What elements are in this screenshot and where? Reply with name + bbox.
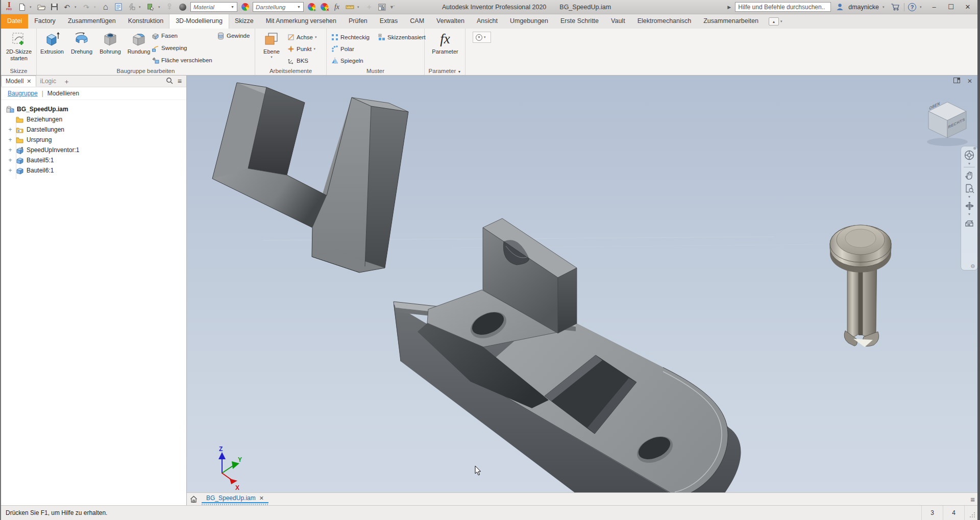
view-baugruppe-link[interactable]: Baugruppe bbox=[8, 90, 38, 97]
look-at-icon[interactable] bbox=[964, 216, 974, 230]
tab-mit-anmerkung-versehen[interactable]: Mit Anmerkung versehen bbox=[260, 14, 342, 29]
close-icon[interactable]: ✕ bbox=[27, 78, 31, 85]
orbit-icon[interactable] bbox=[964, 199, 975, 212]
help-button[interactable]: ? bbox=[908, 3, 916, 11]
material-ball-button[interactable] bbox=[178, 2, 188, 12]
search-collapse-arrow[interactable]: ▶ bbox=[727, 5, 731, 10]
bks-button[interactable]: BKS bbox=[287, 56, 308, 65]
close-button[interactable]: ✕ bbox=[961, 3, 974, 11]
panel-overflow-button[interactable]: ▼ ▾ bbox=[473, 32, 491, 43]
drawing-view-button[interactable] bbox=[377, 2, 387, 12]
panel-label-arbeitselemente[interactable]: Arbeitselemente bbox=[255, 68, 326, 74]
tree-node-assembly[interactable]: BG_SpeedUp.iam bbox=[1, 104, 186, 114]
chevron-down-icon[interactable]: ▼ bbox=[968, 212, 971, 216]
bohrung-button[interactable]: Bohrung bbox=[97, 30, 124, 55]
drehung-button[interactable]: Drehung bbox=[68, 30, 95, 55]
user-name[interactable]: dmaynicke bbox=[848, 4, 879, 11]
add-button[interactable]: ＋ bbox=[364, 2, 374, 12]
selection-filter-button[interactable] bbox=[145, 2, 156, 12]
measure-dropdown[interactable]: ▾ bbox=[357, 5, 361, 9]
graphics-viewport[interactable]: Z Y X OBEN VORNE RECHTS bbox=[187, 76, 977, 505]
tab-zusammenarbeiten[interactable]: Zusammenarbeiten bbox=[697, 14, 765, 29]
local-update-button[interactable] bbox=[126, 2, 136, 12]
panel-label-skizze[interactable]: Skizze bbox=[1, 68, 36, 74]
spiegeln-button[interactable]: Spiegeln bbox=[331, 56, 363, 65]
tab-verwalten[interactable]: Verwalten bbox=[430, 14, 471, 29]
tab-skizze[interactable]: Skizze bbox=[229, 14, 260, 29]
tab-pruefen[interactable]: Prüfen bbox=[342, 14, 374, 29]
parameters-fx-button[interactable]: fx bbox=[332, 2, 342, 12]
pan-icon[interactable] bbox=[964, 168, 974, 182]
chevron-down-icon[interactable]: ▼ bbox=[968, 162, 971, 166]
panel-label-muster[interactable]: Muster bbox=[327, 68, 424, 74]
local-update-dropdown[interactable]: ▾ bbox=[139, 5, 143, 9]
material-combo[interactable]: Material▼ bbox=[190, 2, 237, 12]
view-modellieren-link[interactable]: Modellieren bbox=[47, 90, 79, 97]
help-dropdown[interactable]: ▾ bbox=[920, 5, 924, 9]
tab-umgebungen[interactable]: Umgebungen bbox=[504, 14, 554, 29]
gewinde-button[interactable]: Gewinde bbox=[217, 31, 250, 40]
start-2d-sketch-button[interactable]: 2D-Skizze starten bbox=[6, 30, 32, 61]
zoom-icon[interactable] bbox=[964, 182, 974, 195]
expander-plus[interactable]: + bbox=[7, 147, 13, 153]
tab-konstruktion[interactable]: Konstruktion bbox=[122, 14, 169, 29]
ebene-button[interactable]: Ebene ▾ bbox=[258, 30, 285, 59]
tree-node-ursprung[interactable]: + Ursprung bbox=[1, 135, 186, 145]
part-base[interactable] bbox=[394, 218, 741, 492]
open-button[interactable] bbox=[36, 2, 46, 12]
home-tab-icon[interactable] bbox=[190, 496, 198, 503]
selection-filter-dropdown[interactable]: ▾ bbox=[158, 5, 162, 9]
navbar-close-icon[interactable]: ⊗ bbox=[973, 146, 976, 151]
rundung-button[interactable]: Rundung bbox=[126, 30, 152, 55]
tree-node-bauteil6[interactable]: + Bauteil6:1 bbox=[1, 165, 186, 176]
close-document-icon[interactable]: ✕ bbox=[967, 78, 972, 85]
parameter-button[interactable]: fx Parameter bbox=[432, 30, 458, 55]
help-search-input[interactable] bbox=[735, 2, 831, 12]
tab-ansicht[interactable]: Ansicht bbox=[471, 14, 504, 29]
tree-node-darstellungen[interactable]: + Darstellungen bbox=[1, 125, 186, 135]
undo-button[interactable]: ↶ bbox=[62, 2, 72, 12]
sweeping-button[interactable]: Sweeping bbox=[152, 43, 187, 53]
minimize-button[interactable]: – bbox=[927, 3, 941, 11]
tab-elektromechanisch[interactable]: Elektromechanisch bbox=[631, 14, 698, 29]
flaeche-verschieben-button[interactable]: Fläche verschieben bbox=[152, 56, 212, 65]
browser-tab-modell[interactable]: Modell✕ bbox=[1, 76, 36, 87]
browser-menu-icon[interactable]: ≡ bbox=[178, 77, 182, 85]
tab-datei[interactable]: Datei bbox=[1, 14, 28, 29]
tab-erste-schritte[interactable]: Erste Schritte bbox=[554, 14, 605, 29]
darstellung-combo[interactable]: Darstellung▼ bbox=[253, 2, 304, 12]
clear-appearance-button[interactable]: ✕ bbox=[319, 2, 329, 12]
part-bracket[interactable] bbox=[212, 83, 408, 273]
expander-plus[interactable]: + bbox=[7, 137, 13, 143]
undo-dropdown[interactable]: ▾ bbox=[75, 5, 79, 9]
browser-tab-ilogic[interactable]: iLogic bbox=[36, 76, 60, 87]
split-view-icon[interactable] bbox=[953, 78, 960, 85]
expander-plus[interactable]: + bbox=[7, 127, 13, 133]
polar-button[interactable]: Polar bbox=[331, 44, 354, 54]
snap-button[interactable] bbox=[165, 2, 175, 12]
extrusion-button[interactable]: Extrusion bbox=[39, 30, 65, 55]
resize-grip[interactable] bbox=[964, 506, 977, 520]
cart-icon[interactable] bbox=[890, 2, 900, 12]
rechteckig-button[interactable]: Rechteckig bbox=[331, 33, 370, 42]
expander-plus[interactable]: + bbox=[7, 157, 13, 163]
maximize-button[interactable]: ☐ bbox=[944, 3, 958, 11]
search-icon[interactable] bbox=[166, 77, 173, 86]
qat-customize-dropdown[interactable]: ▼̄ bbox=[389, 5, 394, 10]
redo-dropdown[interactable]: ▾ bbox=[94, 5, 98, 9]
part-pin[interactable] bbox=[830, 225, 891, 347]
tree-node-beziehungen[interactable]: Beziehungen bbox=[1, 114, 186, 125]
add-appearance-button[interactable]: ＋ bbox=[306, 2, 316, 12]
close-icon[interactable]: ✕ bbox=[259, 495, 264, 502]
ribbon-display-options[interactable]: ▲▾ bbox=[769, 14, 785, 29]
tab-factory[interactable]: Factory bbox=[28, 14, 62, 29]
appearance-wheel-button[interactable] bbox=[240, 2, 250, 12]
tab-list-menu-icon[interactable]: ≡ bbox=[970, 495, 974, 504]
tree-node-speedupinventor[interactable]: + SpeedUpInventor:1 bbox=[1, 145, 186, 155]
chevron-down-icon[interactable]: ▼ bbox=[968, 195, 971, 199]
tube-view-button[interactable] bbox=[113, 2, 124, 12]
save-button[interactable] bbox=[49, 2, 59, 12]
tree-node-bauteil5[interactable]: + Bauteil5:1 bbox=[1, 155, 186, 165]
new-file-dropdown[interactable]: ▾ bbox=[30, 5, 34, 9]
measure-button[interactable] bbox=[345, 2, 355, 12]
